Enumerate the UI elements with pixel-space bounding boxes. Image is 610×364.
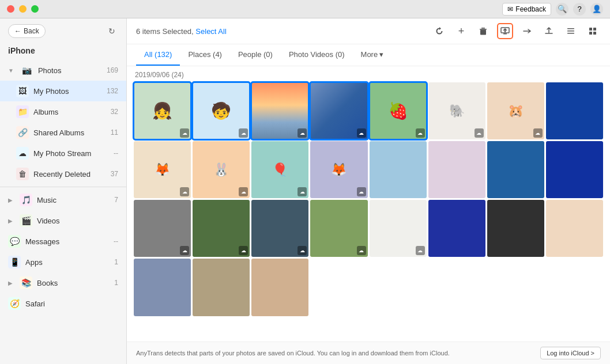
sidebar-messages-label: Messages <box>25 237 109 246</box>
export-to-pc-button[interactable] <box>497 23 513 39</box>
sidebar-item-apps[interactable]: 📱 Apps 1 <box>0 252 126 272</box>
sidebar-music-label: Music <box>37 196 110 204</box>
tab-all[interactable]: All (132) <box>136 44 180 66</box>
sidebar-messages-count: -- <box>114 237 118 245</box>
photo-thumb[interactable]: 🦊 ☁ <box>310 141 367 198</box>
photo-thumb[interactable]: 🧒 ☁ <box>193 82 250 139</box>
photo-thumb[interactable] <box>370 141 427 198</box>
photo-thumb[interactable] <box>134 259 191 316</box>
sidebar-apps-label: Apps <box>25 258 110 267</box>
photo-thumb[interactable] <box>546 82 603 139</box>
empty-cell <box>487 259 544 316</box>
photo-thumb[interactable] <box>251 259 308 316</box>
sidebar-item-messages[interactable]: 💬 Messages -- <box>0 231 126 252</box>
titlebar: ✉ Feedback 🔍 ? 👤 <box>0 0 610 18</box>
maximize-button[interactable] <box>31 5 39 13</box>
user-icon: 👤 <box>592 5 601 13</box>
sidebar-item-books[interactable]: ▶ 📚 Books 1 <box>0 272 126 293</box>
minimize-button[interactable] <box>19 5 27 13</box>
recently-deleted-icon: 🗑 <box>16 168 29 180</box>
refresh-button[interactable] <box>431 23 447 39</box>
photo-thumb[interactable]: ☁ <box>134 200 191 257</box>
help-button[interactable]: ? <box>573 3 586 16</box>
photo-thumb[interactable]: 🍓 ☁ <box>370 82 427 139</box>
list-view-button[interactable] <box>563 23 579 39</box>
mail-icon: ✉ <box>507 5 513 13</box>
photo-thumb[interactable] <box>487 141 544 198</box>
photo-thumb[interactable] <box>428 200 485 257</box>
svg-rect-0 <box>480 29 487 30</box>
cloud-icon: ☁ <box>416 128 425 138</box>
photo-thumb[interactable]: 🐰 ☁ <box>193 141 250 198</box>
sidebar-music-count: 7 <box>114 196 118 204</box>
sidebar-item-myphotos[interactable]: 🖼 My Photos 132 <box>0 81 126 101</box>
sidebar-item-videos[interactable]: ▶ 🎬 Videos <box>0 210 126 231</box>
sidebar-item-safari[interactable]: 🧭 Safari <box>0 293 126 314</box>
apps-icon: 📱 <box>8 256 21 268</box>
app-container: ← Back ↻ iPhone ▼ 📷 Photos 169 🖼 My Phot… <box>0 18 610 364</box>
svg-rect-7 <box>567 31 574 32</box>
cloud-icon: ☁ <box>298 246 307 255</box>
cloud-icon: ☁ <box>357 246 366 255</box>
photo-row-2: 🦊 ☁ 🐰 ☁ 🎈 ☁ 🦊 ☁ <box>134 141 603 198</box>
svg-rect-4 <box>503 33 507 35</box>
photo-thumb[interactable]: ☁ <box>310 82 367 139</box>
photo-thumb[interactable]: 🎈 ☁ <box>251 141 308 198</box>
close-button[interactable] <box>7 5 14 13</box>
sidebar-item-albums[interactable]: 📁 Albums 32 <box>0 101 126 122</box>
photo-thumb[interactable]: 🐘 ☁ <box>428 82 485 139</box>
refresh-button[interactable]: ↻ <box>106 25 118 37</box>
cloud-icon: ☁ <box>180 187 189 196</box>
sidebar-apps-count: 1 <box>114 258 118 266</box>
tab-more[interactable]: More ▾ <box>353 44 392 66</box>
upload-button[interactable] <box>541 23 557 39</box>
cloud-icon: ☁ <box>239 187 248 196</box>
sidebar-item-photos[interactable]: ▼ 📷 Photos 169 <box>0 60 126 81</box>
add-button[interactable]: + <box>453 23 469 39</box>
cloud-icon: ☁ <box>475 128 484 138</box>
svg-rect-11 <box>589 32 592 35</box>
photo-thumb[interactable] <box>546 141 603 198</box>
photo-thumb[interactable]: ☁ <box>251 82 308 139</box>
grid-icon <box>588 26 597 36</box>
photo-thumb[interactable]: ☁ <box>251 200 308 257</box>
tab-places[interactable]: Places (4) <box>180 44 230 66</box>
tab-people[interactable]: People (0) <box>230 44 281 66</box>
search-button[interactable]: 🔍 <box>556 3 568 16</box>
back-button[interactable]: ← Back <box>8 24 46 38</box>
photo-thumb[interactable] <box>487 200 544 257</box>
photo-thumb[interactable]: ☁ <box>370 200 427 257</box>
sidebar-item-my-photo-stream[interactable]: ☁ My Photo Stream -- <box>0 143 126 164</box>
albums-icon: 📁 <box>16 105 29 118</box>
cloud-icon: ☁ <box>180 246 189 255</box>
sidebar-item-shared-albums[interactable]: 🔗 Shared Albums 11 <box>0 122 126 143</box>
photo-thumb[interactable] <box>428 141 485 198</box>
photo-thumb[interactable]: ☁ <box>310 200 367 257</box>
sidebar-item-music[interactable]: ▶ 🎵 Music 7 <box>0 189 126 210</box>
delete-button[interactable] <box>475 23 491 39</box>
photo-thumb[interactable]: 🦊 ☁ <box>134 141 191 198</box>
list-icon <box>566 26 575 36</box>
transfer-icon <box>522 26 532 36</box>
photo-thumb[interactable]: 👧 ☁ <box>134 82 191 139</box>
search-icon: 🔍 <box>558 5 567 13</box>
select-all-link[interactable]: Select All <box>195 27 226 36</box>
photo-thumb[interactable]: ☁ <box>193 200 250 257</box>
tab-photo-videos[interactable]: Photo Videos (0) <box>281 44 353 66</box>
user-button[interactable]: 👤 <box>590 3 603 16</box>
feedback-button[interactable]: ✉ Feedback <box>502 3 551 16</box>
photo-thumb[interactable] <box>193 259 250 316</box>
toolbar-selection-info: 6 items Selected, Select All <box>136 27 227 36</box>
titlebar-right: ✉ Feedback 🔍 ? 👤 <box>502 3 603 16</box>
grid-view-button[interactable] <box>585 23 601 39</box>
icloud-login-button[interactable]: Log into iCloud > <box>540 347 601 359</box>
photo-thumb[interactable]: 🐹 ☁ <box>487 82 544 139</box>
sidebar-item-recently-deleted[interactable]: 🗑 Recently Deleted 37 <box>0 164 126 184</box>
sidebar-shared-albums-label: Shared Albums <box>33 128 106 137</box>
transfer-button[interactable] <box>519 23 535 39</box>
svg-rect-8 <box>567 33 574 34</box>
sidebar-books-count: 1 <box>114 279 118 287</box>
photo-thumb[interactable] <box>546 200 603 257</box>
sidebar-divider <box>0 187 126 187</box>
main-content: 6 items Selected, Select All + <box>127 18 610 364</box>
